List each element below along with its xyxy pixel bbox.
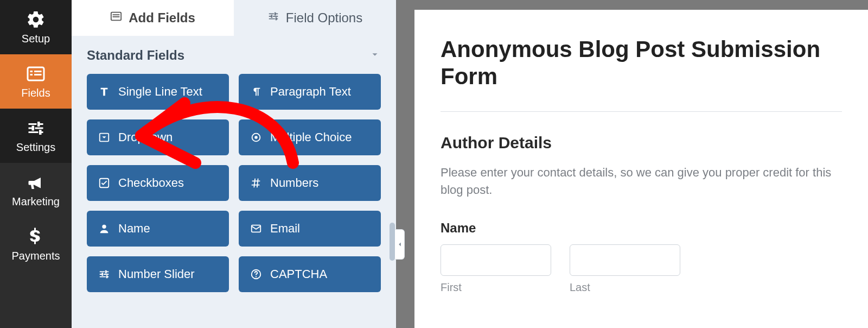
svg-rect-1: [30, 71, 33, 72]
svg-point-10: [254, 136, 258, 139]
form-preview-page[interactable]: Anonymous Blog Post Submission Form Auth…: [414, 10, 868, 328]
sidebar-item-label: Payments: [12, 250, 60, 262]
bullhorn-icon: [26, 173, 46, 192]
section-header-standard-fields[interactable]: Standard Fields: [87, 48, 381, 63]
envelope-icon: [250, 222, 263, 235]
svg-rect-6: [113, 14, 120, 15]
field-label: Multiple Choice: [270, 130, 352, 144]
field-label: Name: [118, 222, 150, 236]
radio-icon: [250, 131, 263, 144]
field-multiple-choice[interactable]: Multiple Choice: [239, 119, 381, 155]
field-numbers[interactable]: Numbers: [239, 165, 381, 201]
field-single-line-text[interactable]: Single Line Text: [87, 74, 229, 110]
collapse-panel-button[interactable]: [395, 229, 405, 260]
last-name-input[interactable]: [570, 244, 680, 276]
sidebar-item-label: Fields: [21, 87, 50, 99]
field-label: Single Line Text: [118, 85, 202, 99]
tab-add-fields[interactable]: Add Fields: [72, 0, 234, 36]
field-label: CAPTCHA: [270, 267, 327, 281]
last-name-sublabel: Last: [570, 281, 680, 294]
divider: [441, 111, 842, 112]
dropdown-icon: [98, 131, 111, 144]
field-label: Dropdown: [118, 130, 173, 144]
name-label: Name: [441, 220, 842, 236]
field-name[interactable]: Name: [87, 211, 229, 247]
field-number-slider[interactable]: Number Slider: [87, 256, 229, 292]
section-heading: Author Details: [441, 134, 842, 152]
field-dropdown[interactable]: Dropdown: [87, 119, 229, 155]
paragraph-icon: [250, 85, 263, 98]
svg-rect-7: [113, 16, 120, 17]
field-label: Email: [270, 222, 300, 236]
scrollbar-thumb[interactable]: [390, 223, 395, 261]
section-description: Please enter your contact details, so we…: [441, 164, 842, 199]
field-grid: Single Line Text Paragraph Text Dropdown…: [87, 74, 381, 292]
chevron-down-icon: [369, 48, 381, 62]
sidebar-item-label: Setup: [22, 33, 50, 45]
field-email[interactable]: Email: [239, 211, 381, 247]
form-icon: [110, 10, 122, 26]
field-label: Paragraph Text: [270, 85, 351, 99]
sidebar-item-setup[interactable]: Setup: [0, 0, 72, 54]
form-preview-area: Anonymous Blog Post Submission Form Auth…: [396, 0, 868, 328]
field-paragraph-text[interactable]: Paragraph Text: [239, 74, 381, 110]
sliders-icon: [267, 10, 279, 26]
main-sidebar: Setup Fields Settings Marketing Payments: [0, 0, 72, 328]
sidebar-item-label: Settings: [16, 141, 55, 154]
tab-label: Add Fields: [129, 10, 195, 26]
name-field-row: First Last: [441, 244, 842, 294]
first-name-input[interactable]: [441, 244, 551, 276]
sidebar-item-payments[interactable]: Payments: [0, 217, 72, 272]
field-captcha[interactable]: CAPTCHA: [239, 256, 381, 292]
section-title: Standard Fields: [87, 48, 184, 63]
svg-point-15: [256, 276, 257, 277]
text-icon: [98, 85, 111, 98]
tab-label: Field Options: [286, 10, 362, 26]
sidebar-item-settings[interactable]: Settings: [0, 109, 72, 163]
field-label: Checkboxes: [118, 176, 184, 190]
svg-rect-4: [34, 74, 42, 75]
sidebar-item-label: Marketing: [12, 195, 60, 208]
checkbox-icon: [98, 176, 111, 190]
sliders-icon: [98, 268, 111, 281]
question-icon: [250, 268, 263, 281]
hash-icon: [250, 176, 263, 190]
field-label: Number Slider: [118, 267, 195, 281]
list-icon: [26, 64, 46, 84]
panel-tabs: Add Fields Field Options: [72, 0, 396, 36]
fields-panel: Add Fields Field Options Standard Fields…: [72, 0, 396, 328]
sliders-icon: [26, 118, 46, 138]
first-name-sublabel: First: [441, 281, 551, 294]
field-label: Numbers: [270, 176, 318, 190]
user-icon: [98, 222, 111, 235]
svg-point-12: [102, 225, 106, 229]
tab-field-options[interactable]: Field Options: [234, 0, 396, 36]
sidebar-item-marketing[interactable]: Marketing: [0, 163, 72, 217]
field-checkboxes[interactable]: Checkboxes: [87, 165, 229, 201]
gear-icon: [26, 10, 46, 29]
sidebar-item-fields[interactable]: Fields: [0, 54, 72, 109]
svg-rect-3: [30, 74, 33, 75]
svg-rect-2: [34, 71, 42, 72]
dollar-icon: [26, 227, 46, 247]
form-title: Anonymous Blog Post Submission Form: [441, 36, 831, 91]
